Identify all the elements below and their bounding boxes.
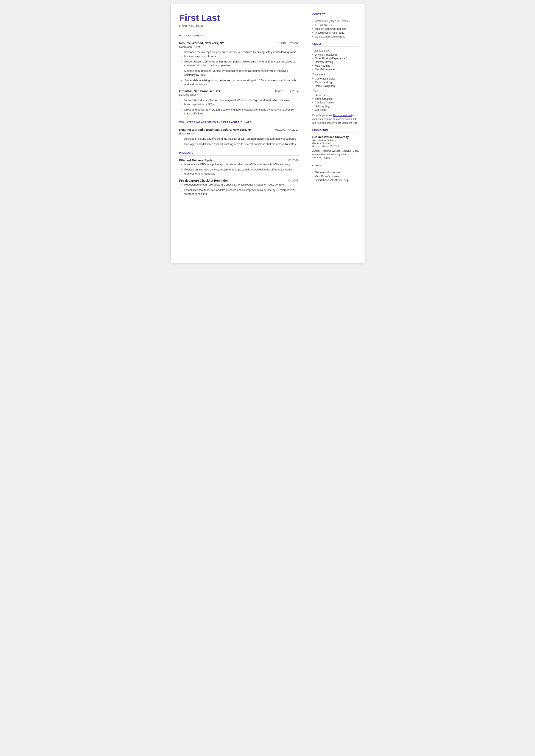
skill-item: Cash Handling [312,81,359,84]
edu-university: Resume Worded University [312,135,359,139]
skill-item: Car Seat Cushion [312,101,359,104]
tools-label: Tools: [312,90,359,93]
bullet: Packaged and delivered over 6K cooking i… [182,142,299,146]
skill-item: Delivery Bag [312,105,359,108]
skill-item: Car Maintenance [312,68,359,71]
other-item: Smartphone with Dasher App. [312,179,359,182]
job-bullets-2: Delivered products within 48 hours (agai… [179,98,299,116]
skill-item: Delivery Driving [312,61,359,64]
skill-item: Route Navigation [312,84,359,88]
other-heading: OTHER [312,164,359,167]
skill-item: Customer Service [312,77,359,80]
projects-heading: PROJECTS [179,152,299,154]
edu-location: Boston, MA — 05/2010 [312,145,359,148]
project-title-1: Efficient Delivery System [179,159,215,162]
techniques-label: Techniques: [312,73,359,76]
job-block-1: Resume Worded, New York, NY 01/2015 – Pr… [179,42,299,86]
contact-item: github.com/resumeworded [312,35,359,38]
volunteering-block-1: Resume Worded's Business Society, New Yo… [179,128,299,146]
bullet: Delivered products within 48 hours (agai… [182,98,299,106]
tools-skills-list: Dash Cams Trunk Organizer Car Seat Cushi… [312,94,359,111]
project-header-1: Efficient Delivery System 05/2009 [179,159,299,162]
technical-skills-list: Driving (Advanced) Order Picking (Experi… [312,53,359,71]
job-company-1: Resume Worded, New York, NY [179,42,224,45]
bullet: Increased the average delivery time from… [182,50,299,58]
bullet: Established that fluid level and tire pr… [182,188,299,196]
skill-item: Driving (Advanced) [312,53,359,56]
edu-awards: Awards: Resume Worded Teaching Fellow (o… [312,149,359,160]
volunteering-heading: VOLUNTEERING ACTIVITIES AND EXTRACURRICU… [179,121,299,124]
bullet: Introduced a GPS navigation app that sho… [182,162,299,167]
volunteering-header-1: Resume Worded's Business Society, New Yo… [179,128,299,131]
contact-list: Boston, MA (Open to Remote) +1-234-456-7… [312,20,359,38]
project-date-1: 05/2009 [289,159,299,162]
name: First Last [179,13,299,23]
other-divider [312,168,359,168]
skill-item: Trunk Organizer [312,98,359,100]
bullet: Assisted in sorting and checking the via… [182,137,299,141]
project-title-2: Pre-departure Checklist Reminder [179,179,228,182]
edu-field: General Studies [312,142,359,145]
contact-heading: CONTACT [312,13,359,15]
skill-item: Car Scent [312,108,359,111]
job-header-1: Resume Worded, New York, NY 01/2015 – Pr… [179,42,299,45]
job-role-2: Delivery Driver [179,93,299,97]
other-item: Geico Auto Insurance [312,171,359,174]
job-date-1: 01/2015 – Present [276,42,298,44]
education-heading: EDUCATION [312,129,359,131]
bullet: Devised an inventive delivery system tha… [182,168,299,176]
project-block-1: Efficient Delivery System 05/2009 Introd… [179,159,299,176]
job-company-2: Growthsi, San Francisco, CA [179,90,221,93]
volunteering-bullets-1: Assisted in sorting and checking the via… [179,137,299,146]
project-bullets-2: Redesigned drivers' pre-departure checkl… [179,183,299,196]
volunteering-role-1: Food Sorter [179,132,299,135]
project-block-2: Pre-departure Checklist Reminder 04/2009… [179,179,299,196]
work-experience-heading: WORK EXPERIENCE [179,34,299,37]
job-role-1: DoorDash Driver [179,45,299,48]
volunteering-company-1: Resume Worded's Business Society, New Yo… [179,128,252,131]
job-bullets-1: Increased the average delivery time from… [179,50,299,86]
skill-item: Dash Cams [312,94,359,97]
contact-item: Boston, MA (Open to Remote) [312,20,359,23]
left-column: First Last DoorDash Driver WORK EXPERIEN… [171,4,306,263]
contact-item: linkedin.com/in/username [312,31,359,34]
project-bullets-1: Introduced a GPS navigation app that sho… [179,162,299,176]
job-date-2: 06/2010 – 12/2014 [275,90,298,93]
other-list: Geico Auto Insurance Valid Driver's Lice… [312,171,359,182]
project-header-2: Pre-departure Checklist Reminder 04/2009 [179,179,299,182]
job-title: DoorDash Driver [179,24,299,28]
job-block-2: Growthsi, San Francisco, CA 06/2010 – 12… [179,90,299,116]
promo-link[interactable]: Resume Worded [333,114,352,117]
bullet: Delivered over 1.9K items within the com… [182,60,299,68]
bullet: Redesigned drivers' pre-departure checkl… [182,183,299,187]
resume-document: First Last DoorDash Driver WORK EXPERIEN… [171,4,365,263]
education-divider [312,132,359,133]
technical-label: Technical Skills: [312,49,359,52]
edu-degree: Associate of Science [312,139,359,142]
job-header-2: Growthsi, San Francisco, CA 06/2010 – 12… [179,90,299,93]
volunteering-date-1: 06/2009 – 04/2010 [275,128,298,131]
project-date-2: 04/2009 [289,179,299,182]
contact-divider [312,17,359,17]
techniques-skills-list: Customer Service Cash Handling Route Nav… [312,77,359,88]
contact-item: +1-234-456-789 [312,23,359,26]
bullet: Solved delays arising during deliveries … [182,78,299,87]
skill-item: Order Picking (Experienced) [312,57,359,60]
right-column: CONTACT Boston, MA (Open to Remote) +1-2… [306,4,365,263]
other-item: Valid Driver's License. [312,175,359,178]
bullet: Drove and delivered 4.1K items safely in… [182,108,299,116]
bullet: Maintained a functional vehicle by condu… [182,69,299,77]
contact-item: email@resumeworded.com [312,27,359,30]
skill-item: Map Reading [312,64,359,67]
skills-heading: SKILLS [312,42,359,45]
promo-text: Don't forget to use Resume Worded to sca… [312,114,359,125]
